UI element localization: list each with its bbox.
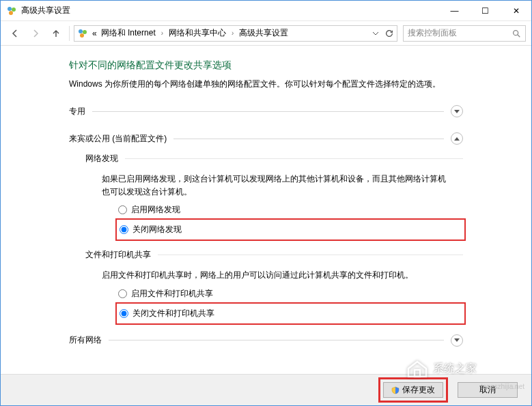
up-button[interactable] (47, 25, 65, 42)
breadcrumb[interactable]: « 网络和 Internet › 网络和共享中心 › 高级共享设置 (74, 25, 397, 42)
close-button[interactable]: ✕ (501, 1, 531, 21)
forward-button[interactable] (27, 25, 44, 42)
cancel-button[interactable]: 取消 (458, 382, 518, 398)
radio-enable-file-printer-sharing[interactable]: 启用文件和打印机共享 (118, 288, 463, 300)
breadcrumb-icon (77, 28, 88, 39)
minimize-button[interactable]: — (439, 1, 470, 21)
titlebar: 高级共享设置 — ☐ ✕ (1, 1, 531, 21)
search-icon (512, 29, 521, 38)
section-private-label: 专用 (69, 106, 85, 117)
search-placeholder: 搜索控制面板 (408, 27, 457, 39)
section-all-networks[interactable]: 所有网络 (69, 332, 463, 349)
search-input[interactable]: 搜索控制面板 (403, 25, 526, 42)
section-all-label: 所有网络 (69, 334, 102, 346)
chevron-right-icon: › (158, 29, 166, 37)
shield-icon (391, 386, 400, 394)
svg-point-2 (9, 11, 13, 15)
highlight-disable-file-printer-sharing: 关闭文件和打印机共享 (115, 302, 466, 325)
network-discovery-title: 网络发现 (85, 153, 118, 164)
nav-separator (69, 26, 70, 41)
svg-point-5 (80, 33, 84, 38)
svg-point-0 (8, 7, 12, 11)
page-heading: 针对不同的网络配置文件更改共享选项 (69, 59, 463, 72)
file-printer-title: 文件和打印机共享 (85, 249, 151, 261)
dropdown-icon[interactable] (372, 30, 379, 37)
network-discovery-desc: 如果已启用网络发现，则这台计算机可以发现网络上的其他计算机和设备，而且其他网络计… (102, 173, 447, 199)
app-icon (6, 5, 17, 16)
navbar: « 网络和 Internet › 网络和共享中心 › 高级共享设置 搜索控制面板 (1, 21, 531, 46)
page-description: Windows 为你所使用的每个网络创建单独的网络配置文件。你可以针对每个配置文… (69, 78, 463, 90)
footer: 保存更改 取消 (1, 374, 531, 405)
radio-disable-file-printer-sharing[interactable]: 关闭文件和打印机共享 (120, 308, 462, 319)
svg-point-3 (79, 29, 83, 33)
breadcrumb-item-0[interactable]: 网络和 Internet (100, 27, 157, 39)
breadcrumb-prefix: « (91, 29, 98, 38)
section-private[interactable]: 专用 (69, 102, 463, 120)
highlight-save-button: 保存更改 (378, 377, 448, 403)
chevron-right-icon: › (229, 29, 236, 37)
window-controls: — ☐ ✕ (439, 1, 531, 21)
highlight-disable-network-discovery: 关闭网络发现 (115, 218, 466, 241)
breadcrumb-item-1[interactable]: 网络和共享中心 (167, 27, 227, 39)
file-printer-desc: 启用文件和打印机共享时，网络上的用户可以访问通过此计算机共享的文件和打印机。 (102, 269, 447, 282)
content-area: 针对不同的网络配置文件更改共享选项 Windows 为你所使用的每个网络创建单独… (1, 46, 531, 374)
radio-disable-network-discovery[interactable]: 关闭网络发现 (120, 224, 462, 235)
chevron-up-icon[interactable] (451, 132, 463, 145)
subsection-file-printer-sharing: 文件和打印机共享 启用文件和打印机共享时，网络上的用户可以访问通过此计算机共享的… (85, 248, 463, 324)
subsection-network-discovery: 网络发现 如果已启用网络发现，则这台计算机可以发现网络上的其他计算机和设备，而且… (85, 151, 463, 241)
back-button[interactable] (6, 25, 24, 42)
svg-point-1 (12, 8, 16, 12)
svg-point-4 (83, 30, 87, 34)
section-guest-label: 来宾或公用 (当前配置文件) (69, 133, 167, 145)
chevron-down-icon[interactable] (451, 334, 463, 347)
save-button[interactable]: 保存更改 (383, 382, 443, 398)
breadcrumb-item-2[interactable]: 高级共享设置 (238, 27, 290, 39)
svg-point-6 (514, 30, 518, 35)
section-guest-public[interactable]: 来宾或公用 (当前配置文件) (69, 130, 463, 147)
window-title: 高级共享设置 (21, 5, 439, 16)
radio-enable-network-discovery[interactable]: 启用网络发现 (118, 204, 463, 216)
refresh-icon[interactable] (384, 29, 394, 38)
maximize-button[interactable]: ☐ (470, 1, 501, 21)
chevron-down-icon[interactable] (451, 105, 463, 117)
